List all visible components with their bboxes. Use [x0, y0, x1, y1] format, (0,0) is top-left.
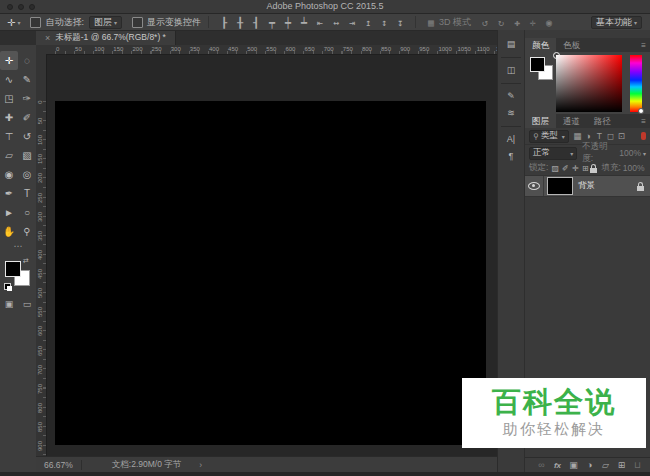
layer-thumbnail[interactable] [547, 177, 573, 195]
layer-visibility-cell[interactable] [525, 176, 544, 196]
dodge-tool[interactable]: ◎ [18, 165, 36, 184]
adjustment-layer-button[interactable]: ◑ [584, 460, 595, 470]
zoom-tool[interactable]: ⚲ [18, 222, 36, 241]
align-top-icon[interactable]: ┯ [264, 17, 280, 28]
hand-tool[interactable]: ✋ [0, 222, 18, 241]
filter-shape-layers-icon[interactable]: ◻ [605, 131, 616, 141]
distribute-center-h-icon[interactable]: ↔ [328, 17, 344, 28]
align-center-h-icon[interactable]: ╂ [232, 17, 248, 28]
marquee-tool[interactable]: ◌ [18, 51, 36, 70]
document-tab[interactable]: × 未标题-1 @ 66.7%(RGB/8*) * [36, 31, 176, 45]
history-brush-tool[interactable]: ↺ [18, 127, 36, 146]
lock-position-icon[interactable]: ✛ [570, 164, 580, 173]
3d-roll-icon[interactable]: ↻ [493, 17, 509, 28]
layer-filter-type-dropdown[interactable]: ⚲ 类型 ▾ [529, 130, 569, 143]
character-panel-button[interactable]: A| [498, 131, 524, 148]
panel-menu-icon[interactable]: ≡ [641, 41, 646, 50]
3d-drag-icon[interactable]: ✚ [509, 17, 525, 28]
tab-channels[interactable]: 通道 [556, 114, 587, 128]
align-center-v-icon[interactable]: ┿ [280, 17, 296, 28]
lock-pixels-icon[interactable]: ✐ [560, 164, 570, 173]
align-left-icon[interactable]: ┠ [216, 17, 232, 28]
pen-tool[interactable]: ✒ [0, 184, 18, 203]
blur-tool[interactable]: ◉ [0, 165, 18, 184]
layer-style-button[interactable]: fx [552, 461, 563, 470]
auto-select-checkbox[interactable] [30, 17, 41, 28]
default-colors-icon[interactable] [4, 283, 12, 291]
minimize-window-button[interactable] [18, 4, 24, 10]
distribute-bottom-icon[interactable]: ↧ [392, 17, 408, 28]
saturation-brightness-field[interactable] [556, 55, 622, 112]
eyedropper-tool[interactable]: ✑ [18, 89, 36, 108]
foreground-color-swatch[interactable] [530, 57, 545, 72]
tab-layers[interactable]: 图层 [525, 114, 556, 128]
workspace-switcher[interactable]: 基本功能 ▾ [591, 16, 642, 29]
new-group-button[interactable]: ▱ [600, 460, 611, 470]
history-panel-button[interactable]: ▤ [498, 36, 524, 53]
zoom-window-button[interactable] [29, 4, 35, 10]
brush-tool[interactable]: ✐ [18, 108, 36, 127]
status-options-chevron-icon[interactable]: › [199, 460, 202, 470]
distribute-right-icon[interactable]: ⇥ [344, 17, 360, 28]
vertical-ruler[interactable]: 0501001502002503003504004505005506006507… [36, 54, 47, 457]
distribute-center-v-icon[interactable]: ↕ [376, 17, 392, 28]
close-window-button[interactable] [7, 4, 13, 10]
tab-color[interactable]: 颜色 [525, 38, 556, 52]
paragraph-panel-button[interactable]: ¶ [498, 148, 524, 165]
auto-select-dropdown[interactable]: 图层 ▾ [89, 16, 122, 29]
edit-toolbar-button[interactable]: ⋯ [0, 241, 36, 253]
close-tab-icon[interactable]: × [45, 33, 50, 43]
eraser-tool[interactable]: ▱ [0, 146, 18, 165]
quick-selection-tool[interactable]: ✎ [18, 70, 36, 89]
blend-mode-dropdown[interactable]: 正常 ▾ [529, 147, 577, 160]
align-right-icon[interactable]: ┨ [248, 17, 264, 28]
fill-value[interactable]: 100% [623, 163, 645, 173]
filter-type-layers-icon[interactable]: T [594, 131, 605, 141]
clone-stamp-tool[interactable]: ⊤ [0, 127, 18, 146]
lock-artboard-icon[interactable]: ⊞ [580, 164, 590, 173]
swap-colors-icon[interactable]: ⇄ [23, 257, 29, 265]
hue-slider[interactable] [630, 55, 642, 112]
align-bottom-icon[interactable]: ┷ [296, 17, 312, 28]
filter-adjustment-layers-icon[interactable]: ◑ [583, 131, 594, 141]
color-field-marker[interactable] [553, 52, 560, 59]
filter-smart-objects-icon[interactable]: ⊡ [616, 131, 627, 141]
foreground-color-swatch[interactable] [5, 261, 21, 277]
type-tool[interactable]: T [18, 184, 36, 203]
link-layers-button[interactable]: ∞ [536, 460, 547, 470]
delete-layer-button[interactable]: ⊔ [632, 460, 643, 470]
opacity-value[interactable]: 100% ▾ [619, 148, 646, 158]
zoom-level-field[interactable]: 66.67% [36, 460, 81, 470]
layer-row-background[interactable]: 背景 [525, 176, 650, 197]
horizontal-ruler[interactable]: 0501001502002503003504004505005506006507… [36, 45, 497, 55]
path-selection-tool[interactable]: ► [0, 203, 18, 222]
show-transform-checkbox[interactable] [132, 17, 143, 28]
gradient-tool[interactable]: ▧ [18, 146, 36, 165]
screen-mode-button[interactable]: ▭ [18, 297, 36, 311]
lock-all-icon[interactable] [590, 168, 597, 173]
panel-menu-icon[interactable]: ≡ [641, 117, 646, 126]
tab-paths[interactable]: 路径 [587, 114, 618, 128]
move-tool[interactable]: ✛ [0, 51, 18, 70]
quick-mask-button[interactable]: ▣ [0, 297, 18, 311]
lasso-tool[interactable]: ∿ [0, 70, 18, 89]
layer-filter-toggle[interactable] [641, 132, 646, 140]
properties-panel-button[interactable]: ≋ [498, 105, 524, 122]
styles-panel-button[interactable]: ✎ [498, 88, 524, 105]
distribute-left-icon[interactable]: ⇤ [312, 17, 328, 28]
tool-preset-caret-icon[interactable]: ▾ [17, 19, 20, 26]
new-layer-button[interactable]: ⊞ [616, 460, 627, 470]
3d-slide-icon[interactable]: ✛ [525, 17, 541, 28]
distribute-spacing-icon[interactable]: ▦ [423, 17, 439, 28]
shape-tool[interactable]: ○ [18, 203, 36, 222]
healing-brush-tool[interactable]: ✚ [0, 108, 18, 127]
libraries-panel-button[interactable]: ◫ [498, 62, 524, 79]
document-canvas[interactable] [55, 101, 486, 445]
filter-pixel-layers-icon[interactable]: ▦ [572, 131, 583, 141]
tab-swatches[interactable]: 色板 [556, 38, 587, 52]
distribute-top-icon[interactable]: ↥ [360, 17, 376, 28]
3d-scale-icon[interactable]: ◉ [541, 17, 557, 28]
add-mask-button[interactable]: ▣ [568, 460, 579, 470]
lock-transparent-icon[interactable]: ▨ [550, 164, 560, 173]
3d-rotate-icon[interactable]: ↺ [477, 17, 493, 28]
